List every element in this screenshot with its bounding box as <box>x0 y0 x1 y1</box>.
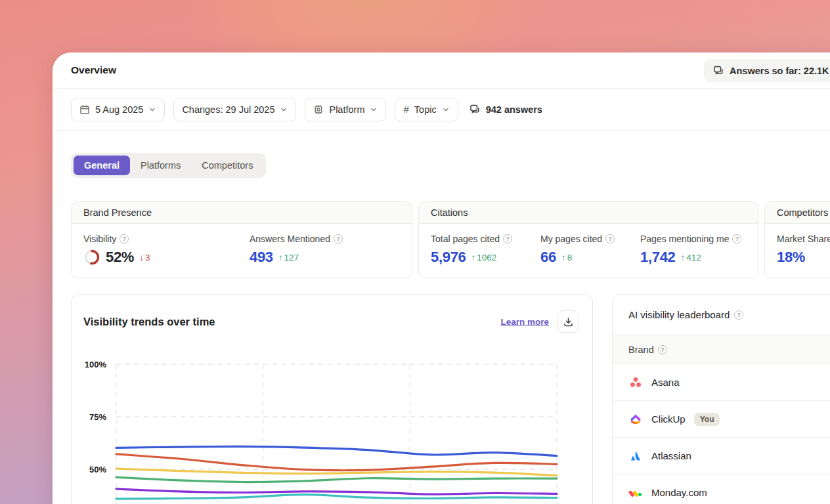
market-share-value: 18% <box>777 249 805 266</box>
chevron-down-icon <box>442 106 450 114</box>
market-share-label: Market Share <box>777 234 830 244</box>
download-icon <box>563 317 573 327</box>
main-panel: Overview Answers so far: 22.1K 5 <box>53 52 830 504</box>
my-pages-cited-value: 66 <box>540 249 556 266</box>
leaderboard-row-asana[interactable]: Asana <box>613 364 830 401</box>
blue-line <box>116 446 557 455</box>
you-badge: You <box>694 413 720 426</box>
platform-filter-label: Platform <box>329 104 364 115</box>
chat-bubbles-icon <box>470 104 481 115</box>
tab-group: General Platforms Competitors <box>71 153 266 178</box>
help-icon[interactable] <box>732 234 741 243</box>
chevron-down-icon <box>148 106 156 114</box>
pages-mentioning-me-label: Pages mentioning me <box>640 234 729 244</box>
trend-chart-title: Visibility trends over time <box>83 316 215 328</box>
arrow-up-icon: ↑ <box>278 253 283 262</box>
brand-column-label: Brand <box>628 345 654 355</box>
date-filter-button[interactable]: 5 Aug 2025 <box>71 98 165 121</box>
calendar-icon <box>79 104 90 115</box>
answers-so-far-pill: Answers so far: 22.1K <box>704 59 830 82</box>
leaderboard-title: AI visibility leaderboard <box>628 309 730 320</box>
filter-bar: 5 Aug 2025 Changes: 29 Jul 2025 Platform <box>53 89 830 131</box>
tab-platforms[interactable]: Platforms <box>130 156 191 175</box>
pages-mentioning-me-value: 1,742 <box>640 249 676 266</box>
visibility-gauge <box>83 249 100 266</box>
teal-line <box>116 495 557 499</box>
learn-more-link[interactable]: Learn more <box>500 317 549 327</box>
brand-name: Atlassian <box>651 450 691 461</box>
my-pages-cited-label: My pages cited <box>540 234 602 244</box>
pages-mentioning-me-metric: Pages mentioning me 1,742 ↑ 412 <box>640 234 741 266</box>
chevron-down-icon <box>370 106 378 114</box>
answers-count-label: 942 answers <box>486 104 542 115</box>
citations-title: Citations <box>419 202 758 224</box>
tab-general[interactable]: General <box>74 156 130 175</box>
chip-icon <box>313 104 324 115</box>
answers-count: 942 answers <box>470 104 542 115</box>
visibility-delta: ↓ 3 <box>139 253 150 262</box>
svg-text:100%: 100% <box>85 360 107 369</box>
tab-competitors[interactable]: Competitors <box>191 156 263 175</box>
market-share-metric: Market Share 18% <box>777 234 830 266</box>
topic-filter-label: Topic <box>414 104 437 115</box>
competitors-card: Competitors Market Share 18% <box>764 201 830 278</box>
help-icon[interactable] <box>734 310 743 320</box>
visibility-trends-card: Visibility trends over time Learn more <box>71 294 593 504</box>
my-pages-cited-delta: ↑ 8 <box>561 253 572 262</box>
page-title: Overview <box>71 64 116 76</box>
leaderboard-row-atlassian[interactable]: Atlassian <box>613 438 830 474</box>
pages-mentioning-me-delta: ↑ 412 <box>681 253 701 262</box>
visibility-label: Visibility <box>83 234 116 244</box>
topic-filter-button[interactable]: Topic <box>395 98 458 121</box>
ai-visibility-leaderboard: AI visibility leaderboard Brand Asana <box>612 294 830 504</box>
citations-card: Citations Total pages cited 5,976 ↑ 1062 <box>418 201 758 278</box>
red-line <box>116 454 557 471</box>
arrow-up-icon: ↑ <box>681 253 686 262</box>
help-icon[interactable] <box>658 345 667 354</box>
hash-icon <box>403 104 408 115</box>
visibility-value: 52% <box>106 249 134 266</box>
arrow-down-icon: ↓ <box>139 253 144 262</box>
chevron-down-icon <box>280 106 288 114</box>
brand-name: ClickUp <box>651 413 686 425</box>
help-icon[interactable] <box>334 234 343 243</box>
changes-filter-button[interactable]: Changes: 29 Jul 2025 <box>173 98 296 121</box>
atlassian-logo-icon <box>628 449 643 463</box>
answers-mentioned-label: Answers Mentioned <box>250 234 330 244</box>
download-chart-button[interactable] <box>557 310 579 333</box>
total-pages-cited-metric: Total pages cited 5,976 ↑ 1062 <box>431 234 540 266</box>
changes-filter-label: Changes: 29 Jul 2025 <box>182 104 274 115</box>
metric-cards-row: Brand Presence Visibility 52% ↓ <box>71 201 830 278</box>
date-filter-label: 5 Aug 2025 <box>95 104 143 115</box>
brand-name: Monday.com <box>651 487 707 498</box>
green-line <box>116 477 557 482</box>
brand-presence-title: Brand Presence <box>72 202 412 224</box>
help-icon[interactable] <box>605 234 615 243</box>
purple-line <box>116 489 557 494</box>
clickup-logo-icon <box>628 412 643 427</box>
help-icon[interactable] <box>503 234 512 243</box>
help-icon[interactable] <box>120 234 129 243</box>
answers-mentioned-metric: Answers Mentioned 493 ↑ 127 <box>250 234 343 266</box>
answers-so-far-label: Answers so far: 22.1K <box>730 66 829 76</box>
answers-mentioned-delta: ↑ 127 <box>278 253 299 262</box>
chat-bubbles-icon <box>713 65 724 76</box>
arrow-up-icon: ↑ <box>561 253 566 262</box>
total-pages-cited-label: Total pages cited <box>431 234 500 244</box>
svg-text:50%: 50% <box>89 465 106 474</box>
platform-filter-button[interactable]: Platform <box>305 98 386 121</box>
competitors-title: Competitors <box>765 202 830 224</box>
asana-logo-icon <box>628 375 643 390</box>
brand-presence-card: Brand Presence Visibility 52% ↓ <box>71 201 412 278</box>
brand-column-header: Brand <box>613 335 830 364</box>
leaderboard-row-monday[interactable]: Monday.com <box>613 474 830 504</box>
visibility-metric: Visibility 52% ↓ 3 <box>83 234 250 266</box>
total-pages-cited-value: 5,976 <box>431 249 466 266</box>
answers-mentioned-value: 493 <box>250 249 273 266</box>
leaderboard-row-clickup[interactable]: ClickUp You <box>613 401 830 438</box>
top-bar: Overview Answers so far: 22.1K <box>53 52 830 89</box>
svg-text:75%: 75% <box>89 412 106 422</box>
total-pages-cited-delta: ↑ 1062 <box>471 253 497 262</box>
arrow-up-icon: ↑ <box>471 253 476 262</box>
brand-name: Asana <box>651 377 680 388</box>
